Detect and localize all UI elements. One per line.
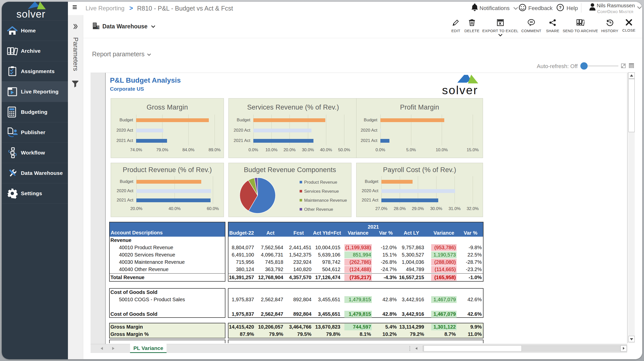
svg-text:?: ?	[559, 5, 561, 10]
